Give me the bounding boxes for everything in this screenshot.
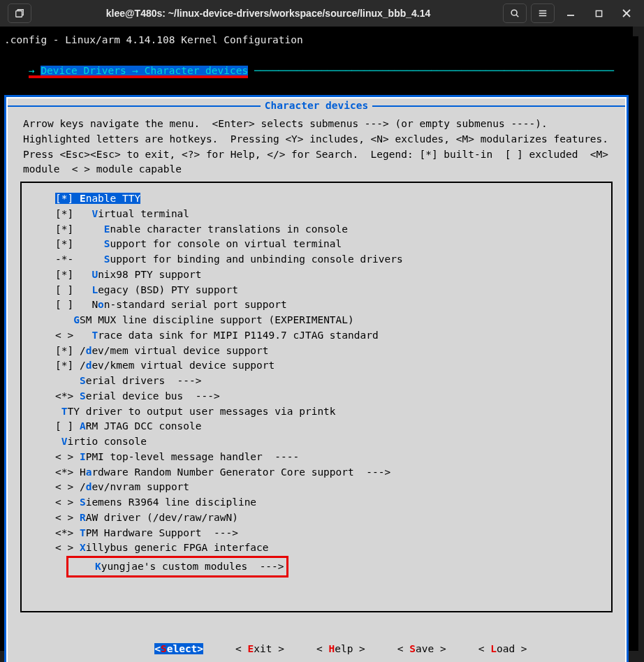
window-title: klee@T480s: ~/linux-device-drivers/works… (34, 8, 503, 19)
menu-item[interactable]: <*> TPM Hardware Support ---> (22, 526, 611, 541)
close-button[interactable] (615, 3, 638, 23)
menu-item[interactable]: < > RAW driver (/dev/raw/rawN) (22, 510, 611, 526)
menu-button[interactable] (531, 3, 555, 23)
menu-item[interactable]: [*] Virtual terminal (22, 207, 611, 222)
breadcrumb: → Device Drivers → Character devices ───… (4, 48, 629, 94)
minimize-button[interactable] (559, 3, 583, 23)
menuconfig-dialog: Character devices Arrow keys navigate th… (6, 97, 627, 662)
dialog-title: Character devices (261, 98, 372, 114)
close-icon (622, 9, 631, 17)
menu-item[interactable]: Serial drivers ---> (22, 374, 611, 389)
window-titlebar: klee@T480s: ~/linux-device-drivers/works… (0, 0, 644, 27)
minimize-icon (566, 9, 575, 17)
menu-item[interactable]: < > Siemens R3964 line discipline (22, 495, 611, 510)
new-tab-button[interactable] (8, 3, 31, 23)
highlighted-custom-module[interactable]: Kyungjae's custom modules ---> (66, 556, 288, 578)
hamburger-icon (538, 8, 548, 18)
config-header: .config - Linux/arm 4.14.108 Kernel Conf… (4, 33, 629, 48)
new-tab-icon (15, 8, 24, 18)
menu-item[interactable]: TTY driver to output user messages via p… (22, 404, 611, 420)
menu-item[interactable]: -*- Support for binding and unbinding co… (22, 252, 611, 267)
menu-item[interactable]: [*] /dev/mem virtual device support (22, 344, 611, 359)
search-button[interactable] (503, 3, 527, 23)
search-icon (510, 8, 520, 18)
menu-item[interactable]: GSM MUX line discipline support (EXPERIM… (22, 313, 611, 328)
menu-item[interactable]: < > Xillybus generic FPGA interface (22, 540, 611, 556)
menu-item[interactable]: [*] Unix98 PTY support (22, 267, 611, 283)
svg-rect-0 (16, 11, 22, 17)
menu-item[interactable]: Virtio console (22, 434, 611, 450)
svg-point-1 (511, 10, 517, 15)
menu-item[interactable]: [*] Enable character translations in con… (22, 222, 611, 237)
load-button[interactable]: < Load > (478, 643, 527, 654)
menu-item[interactable]: < > IPMI top-level message handler ---- (22, 450, 611, 465)
menu-item[interactable]: [ ] Non-standard serial port support (22, 297, 611, 313)
menu-item[interactable]: [*] /dev/kmem virtual device support (22, 358, 611, 374)
help-button[interactable]: < Help > (316, 643, 365, 654)
maximize-icon (595, 10, 603, 17)
menu-list[interactable]: [*] Enable TTY[*] Virtual terminal[*] En… (20, 182, 613, 612)
select-button[interactable]: <Select> (154, 643, 203, 654)
menu-item[interactable]: [ ] ARM JTAG DCC console (22, 419, 611, 434)
menu-item[interactable]: [*] Enable TTY (22, 191, 140, 207)
menu-item[interactable]: [*] Support for console on virtual termi… (22, 237, 611, 252)
button-bar: <Select>< Exit >< Help >< Save >< Load > (8, 612, 625, 662)
menu-item[interactable]: [ ] Legacy (BSD) PTY support (22, 283, 611, 298)
save-button[interactable]: < Save > (397, 643, 446, 654)
svg-line-2 (516, 15, 518, 17)
terminal-area: .config - Linux/arm 4.14.108 Kernel Conf… (0, 27, 633, 651)
menu-item[interactable]: <*> Serial device bus ---> (22, 389, 611, 404)
exit-button[interactable]: < Exit > (235, 643, 284, 654)
maximize-button[interactable] (587, 3, 610, 23)
menu-item[interactable]: <*> Hardware Random Number Generator Cor… (22, 465, 611, 480)
menu-item[interactable]: < > /dev/nvram support (22, 480, 611, 495)
dialog-backdrop: Character devices Arrow keys navigate th… (4, 95, 629, 662)
dialog-help-text: Arrow keys navigate the menu. <Enter> se… (8, 114, 625, 182)
menu-item[interactable]: < > Trace data sink for MIPI P1149.7 cJT… (22, 328, 611, 344)
svg-rect-7 (596, 10, 601, 16)
